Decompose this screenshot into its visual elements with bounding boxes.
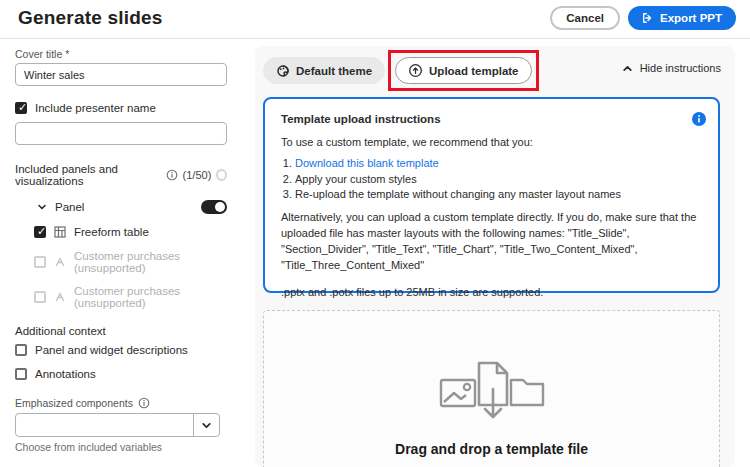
default-theme-button[interactable]: Default theme [263,57,385,84]
chevron-down-icon[interactable] [193,414,219,436]
panel-item-label: Customer purchases (unsupported) [74,285,227,309]
export-ppt-label: Export PPT [660,12,722,24]
template-dropzone[interactable]: Drag and drop a template file [263,310,720,467]
theme-icon [276,64,290,78]
include-presenter-checkbox[interactable] [15,102,27,114]
select-value [16,414,193,436]
emphasized-components-label: Emphasized components [15,397,133,409]
file-download-icon [479,363,507,417]
panel-item-label: Customer purchases (unsupported) [74,250,227,274]
presenter-name-input[interactable] [15,122,227,145]
instructions-intro: To use a custom template, we recommend t… [281,136,702,148]
customer-purchases-checkbox [34,256,46,268]
freeform-table-checkbox[interactable] [34,226,46,238]
upload-cloud-icon [408,63,423,78]
context-option-label: Panel and widget descriptions [35,344,188,356]
panel-item-row[interactable]: Freeform table [15,226,227,238]
context-option-row[interactable]: Annotations [15,368,227,380]
instructions-steps: Download this blank template Apply your … [295,157,702,200]
progress-circle [216,169,227,181]
chevron-down-icon[interactable] [37,202,47,212]
step-item: Download this blank template [295,157,702,169]
annotations-checkbox[interactable] [15,368,27,380]
chevron-up-icon [622,63,633,74]
panel-item-row: Customer purchases (unsupported) [15,285,227,309]
template-panel: Default theme Upload template Hide instr… [255,46,735,467]
export-ppt-button[interactable]: Export PPT [628,6,736,30]
panel-item-label: Freeform table [74,226,149,238]
dropzone-label: Drag and drop a template file [264,441,719,457]
slide-settings-form: Cover title * Include presenter name Inc… [15,48,227,453]
theme-bar: Default theme Upload template [263,57,532,84]
instructions-alternative: Alternatively, you can upload a custom t… [281,210,702,274]
dropzone-icons [427,355,557,440]
include-presenter-row[interactable]: Include presenter name [15,102,227,114]
page-title: Generate slides [18,7,163,29]
info-filled-icon[interactable] [692,112,706,126]
cancel-button[interactable]: Cancel [550,6,620,30]
generate-slides-dialog: Generate slides Cancel Export PPT Cover … [0,0,750,467]
panel-descriptions-checkbox[interactable] [15,344,27,356]
info-icon[interactable] [166,169,178,181]
context-option-row[interactable]: Panel and widget descriptions [15,344,227,356]
header-divider [0,38,750,39]
customer-purchases-checkbox [34,291,46,303]
cover-title-label: Cover title * [15,48,227,60]
flow-icon [54,256,66,268]
download-template-link[interactable]: Download this blank template [295,157,439,169]
panel-item-row: Customer purchases (unsupported) [15,250,227,274]
instructions-title: Template upload instructions [281,113,702,125]
image-icon [441,380,475,406]
default-theme-label: Default theme [296,65,372,77]
template-instructions-box: Template upload instructions To use a cu… [263,97,720,293]
include-presenter-label: Include presenter name [35,102,156,114]
upload-template-button[interactable]: Upload template [395,57,531,84]
info-icon[interactable] [138,397,150,409]
panel-toggle[interactable] [201,200,227,214]
file-format-note: .pptx and .potx files up to 25MB in size… [281,286,702,298]
emphasized-components-row: Emphasized components [15,397,227,409]
upload-template-label: Upload template [429,65,518,77]
cover-title-input[interactable] [15,63,227,86]
upload-template-wrapper: Upload template [395,57,531,84]
panel-group-label: Panel [55,201,84,213]
step-item: Apply your custom styles [295,173,702,185]
select-helper-text: Choose from included variables [15,441,227,453]
flow-icon [54,291,66,303]
hide-instructions-toggle[interactable]: Hide instructions [622,62,721,74]
step-item: Re-upload the template without changing … [295,188,702,200]
included-panels-label: Included panels and visualizations [15,163,161,187]
export-icon [642,12,654,24]
table-icon [54,226,66,238]
additional-context-label: Additional context [15,325,227,337]
panel-group-row: Panel [15,200,227,214]
header-actions: Cancel Export PPT [550,6,736,30]
included-panels-row: Included panels and visualizations (1/50… [15,163,227,187]
context-option-label: Annotations [35,368,96,380]
hide-instructions-label: Hide instructions [640,62,721,74]
emphasized-components-select[interactable] [15,413,220,437]
folder-icon [511,380,543,405]
panel-count: (1/50) [183,169,212,181]
